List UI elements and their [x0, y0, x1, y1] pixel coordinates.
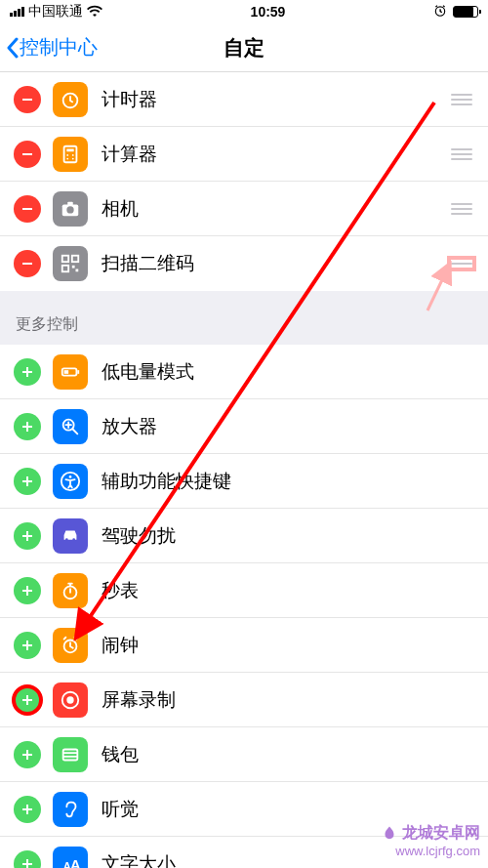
magnify-icon — [53, 409, 88, 444]
row-label: 低电量模式 — [102, 359, 474, 385]
reorder-grip-icon[interactable] — [449, 94, 474, 105]
row-camera: 相机 — [0, 182, 488, 236]
nav-bar: 控制中心 自定 — [0, 23, 488, 72]
signal-icon — [10, 7, 24, 17]
a11y-icon — [53, 464, 88, 499]
remove-button[interactable] — [14, 86, 41, 113]
add-button[interactable] — [14, 577, 41, 604]
included-list: 计时器计算器相机扫描二维码 — [0, 72, 488, 291]
add-button[interactable] — [14, 796, 41, 823]
page-title: 自定 — [224, 34, 264, 62]
add-button[interactable] — [14, 468, 41, 495]
row-label: 驾驶勿扰 — [102, 523, 474, 549]
svg-rect-29 — [22, 480, 32, 482]
row-a11y: 辅助功能快捷键 — [0, 454, 488, 509]
svg-rect-26 — [22, 426, 32, 428]
svg-rect-52 — [22, 808, 32, 810]
svg-rect-4 — [64, 145, 77, 162]
clock: 10:59 — [251, 4, 286, 20]
row-label: 屏幕录制 — [102, 687, 474, 713]
alarm-status-icon — [433, 4, 447, 21]
svg-rect-3 — [22, 153, 32, 155]
wifi-icon — [87, 4, 102, 20]
svg-point-31 — [69, 475, 72, 478]
calc-icon — [53, 137, 88, 172]
row-label: 文字大小 — [102, 851, 474, 868]
svg-point-7 — [72, 154, 74, 156]
add-button[interactable] — [14, 850, 41, 868]
add-button[interactable] — [14, 358, 41, 386]
svg-point-6 — [66, 154, 68, 156]
svg-point-12 — [66, 206, 73, 213]
svg-rect-40 — [22, 644, 32, 646]
svg-rect-15 — [62, 256, 68, 262]
status-bar: 中国联通 10:59 — [0, 0, 488, 23]
row-qr: 扫描二维码 — [0, 236, 488, 291]
svg-point-34 — [65, 538, 68, 541]
svg-rect-16 — [72, 256, 78, 262]
battery-icon — [453, 6, 478, 18]
add-button[interactable] — [14, 632, 41, 659]
svg-point-35 — [72, 538, 75, 541]
row-magnifier: 放大器 — [0, 399, 488, 454]
row-lowpower: 低电量模式 — [0, 345, 488, 399]
svg-rect-33 — [22, 535, 32, 537]
row-record: 屏幕录制 — [0, 673, 488, 727]
svg-rect-21 — [22, 371, 32, 373]
svg-rect-10 — [22, 208, 32, 210]
row-alarm: 闹钟 — [0, 618, 488, 673]
svg-rect-47 — [22, 754, 32, 756]
add-button[interactable] — [14, 413, 41, 440]
svg-rect-13 — [67, 201, 73, 205]
alarm-icon — [53, 628, 88, 663]
status-left: 中国联通 — [10, 3, 102, 21]
row-dnd-drive: 驾驶勿扰 — [0, 509, 488, 563]
row-hearing: 听觉 — [0, 782, 488, 837]
add-button[interactable] — [14, 522, 41, 550]
reorder-grip-icon[interactable] — [449, 258, 474, 269]
row-calc: 计算器 — [0, 127, 488, 182]
remove-button[interactable] — [14, 195, 41, 223]
svg-point-9 — [72, 157, 74, 159]
car-icon — [53, 518, 88, 554]
reorder-grip-icon[interactable] — [449, 203, 474, 215]
add-button[interactable] — [14, 741, 41, 768]
text-icon: AA — [53, 847, 88, 868]
svg-rect-43 — [22, 699, 32, 701]
row-label: 闹钟 — [102, 633, 474, 658]
svg-rect-5 — [66, 148, 73, 151]
svg-rect-1 — [22, 99, 32, 101]
svg-point-45 — [66, 696, 73, 703]
back-label: 控制中心 — [20, 34, 98, 61]
row-label: 计时器 — [102, 87, 449, 112]
row-label: 扫描二维码 — [102, 251, 449, 276]
qr-icon — [53, 246, 88, 281]
svg-rect-49 — [63, 752, 78, 754]
svg-rect-24 — [64, 370, 69, 374]
remove-button[interactable] — [14, 141, 41, 168]
more-list: 低电量模式放大器辅助功能快捷键驾驶勿扰秒表闹钟屏幕录制钱包听觉AA文字大小 — [0, 345, 488, 868]
svg-rect-19 — [76, 269, 79, 272]
svg-point-8 — [66, 157, 68, 159]
camera-icon — [53, 191, 88, 227]
row-label: 相机 — [102, 196, 449, 222]
svg-rect-23 — [77, 370, 79, 374]
row-label: 听觉 — [102, 797, 474, 822]
section-header-more: 更多控制 — [0, 291, 488, 345]
back-button[interactable]: 控制中心 — [6, 34, 98, 61]
svg-text:A: A — [70, 857, 81, 869]
row-stopwatch: 秒表 — [0, 563, 488, 618]
row-label: 辅助功能快捷键 — [102, 469, 474, 494]
ear-icon — [53, 792, 88, 827]
reorder-grip-icon[interactable] — [449, 148, 474, 160]
svg-rect-14 — [22, 263, 32, 265]
chevron-left-icon — [6, 37, 20, 59]
status-right — [433, 4, 478, 21]
row-wallet: 钱包 — [0, 727, 488, 782]
row-timer: 计时器 — [0, 72, 488, 127]
remove-button[interactable] — [14, 250, 41, 277]
stopwatch-icon — [53, 573, 88, 608]
add-button[interactable] — [14, 686, 41, 714]
battery-icon — [53, 354, 88, 390]
row-label: 秒表 — [102, 578, 474, 603]
